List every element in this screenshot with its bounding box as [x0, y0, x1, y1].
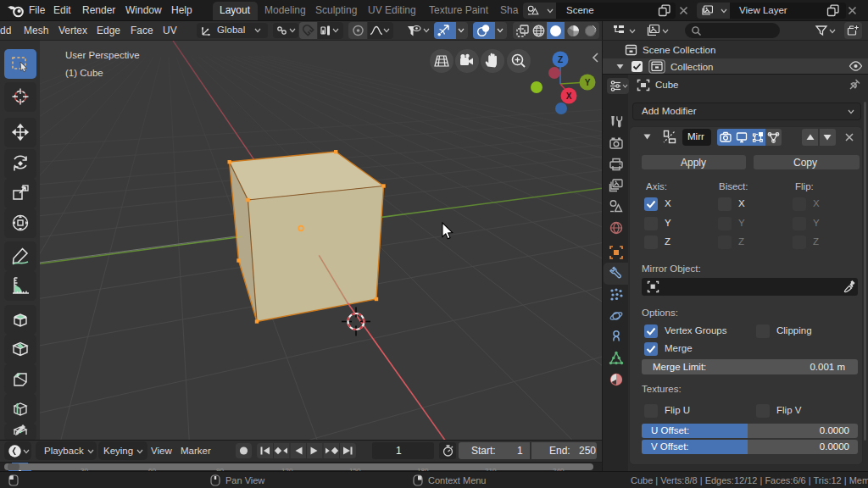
svg-text:Y: Y — [585, 78, 591, 87]
svg-text:X: X — [566, 92, 572, 101]
svg-text:Z: Z — [558, 55, 563, 64]
svg-text:(1) Cube: (1) Cube — [65, 68, 103, 78]
svg-text:User Perspective: User Perspective — [65, 50, 140, 60]
